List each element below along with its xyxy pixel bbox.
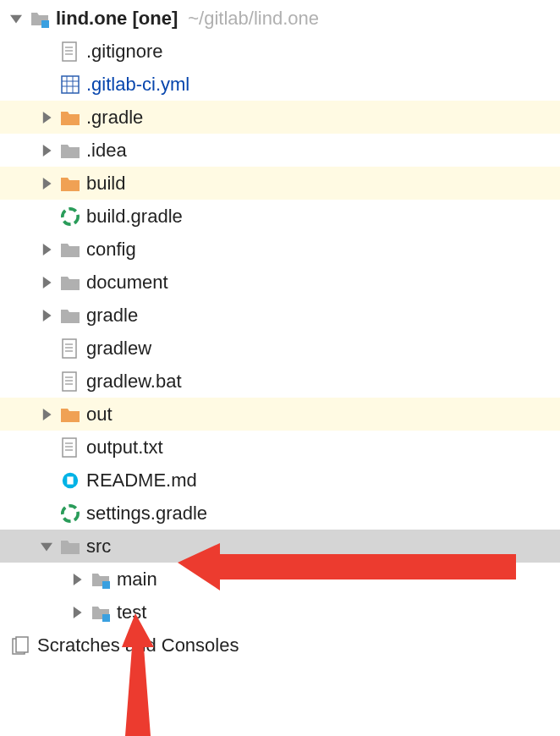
tree-row[interactable]: gradlew.bat bbox=[0, 365, 560, 398]
tree-row[interactable]: main bbox=[0, 563, 560, 596]
item-label: .gitignore bbox=[86, 41, 163, 63]
root-path: ~/gitlab/lind.one bbox=[188, 8, 319, 30]
tree-row-scratches[interactable]: Scratches and Consoles bbox=[0, 629, 560, 662]
svg-rect-15 bbox=[63, 372, 76, 391]
chevron-right-icon[interactable] bbox=[68, 570, 86, 589]
item-label: document bbox=[86, 272, 168, 294]
chevron-right-icon[interactable] bbox=[37, 306, 56, 325]
tree-row[interactable]: document bbox=[0, 266, 560, 299]
module-folder-icon bbox=[90, 568, 112, 590]
svg-rect-5 bbox=[62, 76, 79, 93]
item-label: .gitlab-ci.yml bbox=[86, 74, 189, 96]
item-label: output.txt bbox=[86, 437, 163, 459]
chevron-right-icon[interactable] bbox=[37, 273, 56, 292]
item-label: build bbox=[86, 173, 125, 195]
item-label: .gradle bbox=[86, 107, 143, 129]
chevron-right-icon[interactable] bbox=[37, 405, 56, 424]
gradle-file-icon bbox=[59, 503, 81, 525]
item-label: gradle bbox=[86, 305, 138, 327]
folder-icon bbox=[59, 107, 81, 129]
tree-row[interactable]: .gradle bbox=[0, 101, 560, 134]
item-label: src bbox=[86, 536, 111, 557]
svg-rect-0 bbox=[41, 20, 49, 28]
tree-row[interactable]: .idea bbox=[0, 134, 560, 167]
folder-icon bbox=[59, 173, 81, 195]
tree-row[interactable]: settings.gradle bbox=[0, 497, 560, 530]
svg-rect-24 bbox=[67, 476, 73, 484]
text-file-icon bbox=[59, 41, 81, 63]
markdown-file-icon bbox=[59, 470, 81, 492]
tree-row-root[interactable]: lind.one [one] ~/gitlab/lind.one bbox=[0, 2, 560, 35]
tree-row[interactable]: test bbox=[0, 596, 560, 629]
svg-rect-1 bbox=[63, 42, 76, 61]
folder-icon bbox=[59, 536, 81, 557]
item-label: gradlew.bat bbox=[86, 371, 182, 393]
tree-row[interactable]: gradle bbox=[0, 299, 560, 332]
tree-row[interactable]: README.md bbox=[0, 464, 560, 497]
root-module: [one] bbox=[127, 8, 178, 30]
tree-row[interactable]: build bbox=[0, 167, 560, 200]
module-folder-icon bbox=[29, 8, 51, 30]
tree-row[interactable]: .gitlab-ci.yml bbox=[0, 68, 560, 101]
root-name: lind.one bbox=[56, 8, 127, 30]
chevron-down-icon[interactable] bbox=[37, 537, 56, 556]
chevron-down-icon[interactable] bbox=[7, 9, 25, 28]
text-file-icon bbox=[59, 338, 81, 360]
item-label: gradlew bbox=[86, 338, 151, 360]
svg-rect-26 bbox=[102, 581, 110, 589]
tree-row[interactable]: gradlew bbox=[0, 332, 560, 365]
svg-rect-19 bbox=[63, 438, 76, 457]
folder-icon bbox=[59, 272, 81, 294]
item-label: out bbox=[86, 404, 113, 426]
chevron-right-icon[interactable] bbox=[37, 240, 56, 259]
folder-icon bbox=[59, 140, 81, 162]
svg-point-10 bbox=[63, 208, 78, 223]
gradle-file-icon bbox=[59, 206, 81, 228]
svg-rect-11 bbox=[63, 339, 76, 358]
item-label: config bbox=[86, 239, 136, 261]
chevron-right-icon[interactable] bbox=[68, 603, 86, 622]
folder-icon bbox=[59, 239, 81, 261]
text-file-icon bbox=[59, 371, 81, 393]
item-label: settings.gradle bbox=[86, 503, 207, 525]
chevron-right-icon[interactable] bbox=[37, 141, 56, 160]
item-label: test bbox=[117, 601, 146, 623]
item-label: README.md bbox=[86, 470, 197, 492]
yml-file-icon bbox=[59, 74, 81, 96]
folder-icon bbox=[59, 404, 81, 426]
text-file-icon bbox=[59, 437, 81, 459]
svg-rect-27 bbox=[102, 614, 110, 622]
tree-row[interactable]: output.txt bbox=[0, 431, 560, 464]
scratches-icon bbox=[10, 634, 32, 656]
svg-rect-29 bbox=[16, 637, 28, 652]
svg-point-25 bbox=[63, 505, 78, 520]
tree-row[interactable]: build.gradle bbox=[0, 200, 560, 233]
chevron-right-icon[interactable] bbox=[37, 174, 56, 193]
scratches-label: Scratches and Consoles bbox=[37, 634, 239, 656]
item-label: build.gradle bbox=[86, 206, 183, 228]
tree-row[interactable]: .gitignore bbox=[0, 35, 560, 68]
chevron-right-icon[interactable] bbox=[37, 108, 56, 127]
item-label: .idea bbox=[86, 140, 127, 162]
module-folder-icon bbox=[90, 601, 112, 623]
item-label: main bbox=[117, 568, 157, 590]
tree-row[interactable]: out bbox=[0, 398, 560, 431]
project-tree: lind.one [one] ~/gitlab/lind.one .gitign… bbox=[0, 0, 560, 662]
tree-row[interactable]: config bbox=[0, 233, 560, 266]
folder-icon bbox=[59, 305, 81, 327]
tree-row-selected[interactable]: src bbox=[0, 530, 560, 563]
